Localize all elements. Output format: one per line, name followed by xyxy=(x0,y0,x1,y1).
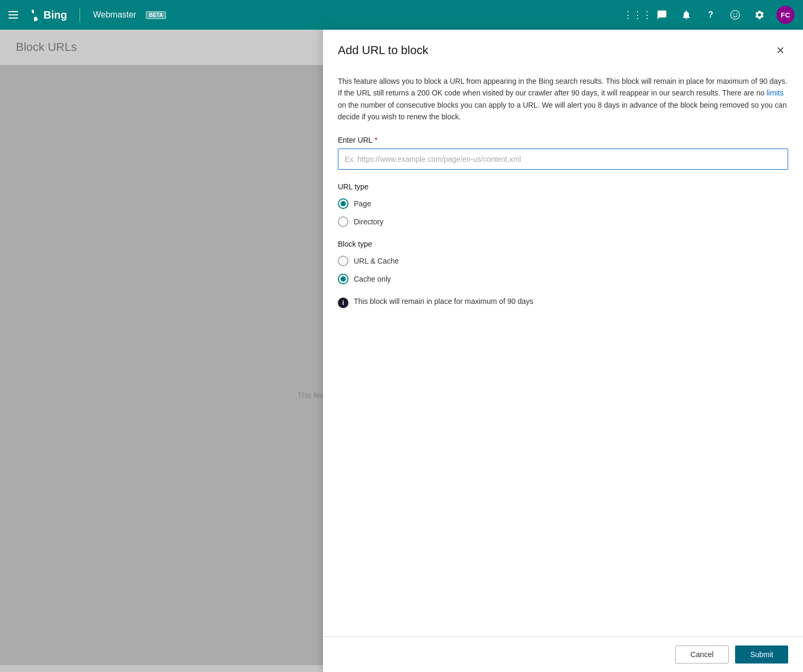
header-left: Bing Webmaster BETA xyxy=(8,7,166,22)
close-panel-button[interactable]: ✕ xyxy=(772,42,788,58)
panel-description: This feature allows you to block a URL f… xyxy=(338,75,788,123)
url-type-radio-group: Page Directory xyxy=(338,198,788,227)
header-right: ⋮⋮⋮ ? FC xyxy=(630,6,795,24)
url-type-page-label: Page xyxy=(354,199,371,208)
user-avatar[interactable]: FC xyxy=(776,6,795,24)
block-type-group: Block type URL & Cache Cache only xyxy=(338,240,788,284)
bing-name: Bing xyxy=(43,9,67,21)
webmaster-label: Webmaster xyxy=(93,10,136,20)
help-icon[interactable]: ? xyxy=(703,7,718,22)
url-type-label: URL type xyxy=(338,182,788,191)
block-type-url-cache-option[interactable]: URL & Cache xyxy=(338,256,788,266)
url-text-input[interactable] xyxy=(338,149,788,170)
bing-logo-icon xyxy=(29,8,41,21)
background-overlay xyxy=(0,30,323,672)
chat-icon[interactable] xyxy=(654,7,669,22)
url-input-group: Enter URL * xyxy=(338,136,788,170)
block-type-cache-only-label: Cache only xyxy=(354,275,391,283)
svg-point-2 xyxy=(736,13,737,14)
submit-button[interactable]: Submit xyxy=(735,645,788,664)
panel-body: This feature allows you to block a URL f… xyxy=(323,67,803,636)
settings-icon[interactable] xyxy=(752,7,767,22)
grid-icon[interactable]: ⋮⋮⋮ xyxy=(630,7,645,22)
info-box: i This block will remain in place for ma… xyxy=(338,297,788,308)
url-type-page-radio[interactable] xyxy=(338,198,348,209)
limits-link[interactable]: limits xyxy=(767,89,784,97)
block-type-radio-group: URL & Cache Cache only xyxy=(338,256,788,284)
cancel-button[interactable]: Cancel xyxy=(675,645,729,664)
panel-footer: Cancel Submit xyxy=(323,636,803,672)
panel-header: Add URL to block ✕ xyxy=(323,30,803,67)
url-type-directory-radio[interactable] xyxy=(338,216,348,227)
url-type-directory-option[interactable]: Directory xyxy=(338,216,788,227)
url-type-directory-label: Directory xyxy=(354,217,383,226)
block-type-label: Block type xyxy=(338,240,788,248)
block-type-url-cache-label: URL & Cache xyxy=(354,257,399,265)
svg-point-0 xyxy=(731,11,740,20)
url-type-page-option[interactable]: Page xyxy=(338,198,788,209)
panel-title: Add URL to block xyxy=(338,43,428,57)
required-indicator: * xyxy=(374,136,377,144)
block-type-url-cache-radio[interactable] xyxy=(338,256,348,266)
app-header: Bing Webmaster BETA ⋮⋮⋮ ? FC xyxy=(0,0,803,30)
emoji-icon[interactable] xyxy=(728,7,743,22)
add-url-panel: Add URL to block ✕ This feature allows y… xyxy=(323,30,803,672)
block-type-cache-only-radio[interactable] xyxy=(338,274,348,284)
svg-point-1 xyxy=(734,13,735,14)
main-content: Block URLs xyxy=(0,30,803,672)
block-type-cache-only-option[interactable]: Cache only xyxy=(338,274,788,284)
beta-badge: BETA xyxy=(146,11,166,19)
url-input-label: Enter URL * xyxy=(338,136,788,144)
info-icon: i xyxy=(338,298,348,308)
header-divider xyxy=(80,7,80,22)
info-text: This block will remain in place for maxi… xyxy=(354,297,533,306)
hamburger-menu-button[interactable] xyxy=(8,11,18,19)
notification-icon[interactable] xyxy=(679,7,694,22)
url-type-group: URL type Page Directory xyxy=(338,182,788,227)
bing-logo: Bing xyxy=(29,8,67,21)
